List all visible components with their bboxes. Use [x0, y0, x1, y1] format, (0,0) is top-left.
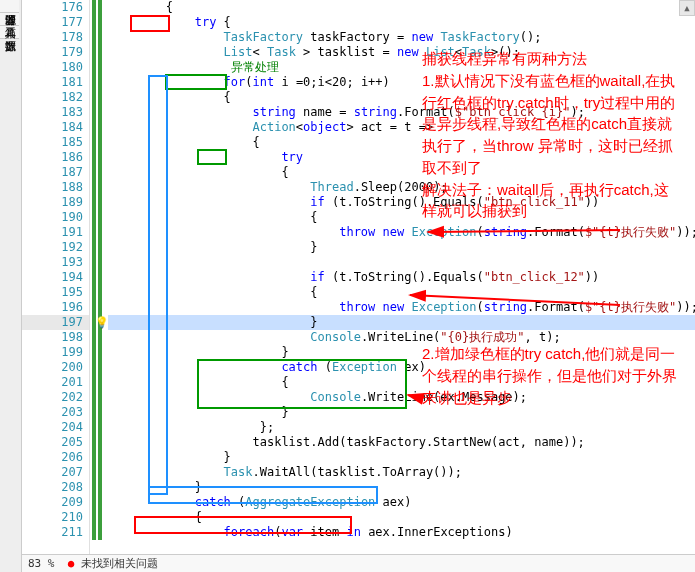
- line-number: 203: [22, 405, 89, 420]
- lightbulb-icon[interactable]: 💡: [95, 316, 109, 329]
- line-number: 207: [22, 465, 89, 480]
- line-number: 189: [22, 195, 89, 210]
- sidebar-tool-tabs: 源管理器 工具箱 数据源: [0, 0, 22, 572]
- line-number: 195: [22, 285, 89, 300]
- tab-datasource[interactable]: 数据源: [0, 26, 19, 39]
- line-number: 208: [22, 480, 89, 495]
- code-line[interactable]: throw new Exception(string.Format($"{t}执…: [108, 300, 695, 315]
- code-line[interactable]: Task.WaitAll(tasklist.ToArray());: [108, 465, 695, 480]
- line-number: 192: [22, 240, 89, 255]
- code-line[interactable]: }: [108, 315, 695, 330]
- code-line[interactable]: }: [108, 480, 695, 495]
- line-number: 200: [22, 360, 89, 375]
- code-line[interactable]: }: [108, 450, 695, 465]
- zoom-level[interactable]: 83 %: [28, 557, 55, 570]
- code-line[interactable]: };: [108, 420, 695, 435]
- line-number: 179: [22, 45, 89, 60]
- scroll-up-button[interactable]: ▲: [679, 0, 695, 16]
- line-number: 177: [22, 15, 89, 30]
- line-number: 180: [22, 60, 89, 75]
- line-number: 197: [22, 315, 89, 330]
- code-line[interactable]: catch (AggregateException aex): [108, 495, 695, 510]
- code-line[interactable]: {: [108, 285, 695, 300]
- code-line[interactable]: [108, 255, 695, 270]
- line-number: 190: [22, 210, 89, 225]
- line-number: 202: [22, 390, 89, 405]
- line-number: 182: [22, 90, 89, 105]
- code-line[interactable]: try {: [108, 15, 695, 30]
- error-icon: ●: [68, 557, 75, 570]
- annotation-text-2: 2.增加绿色框的try catch,他们就是同一个线程的串行操作，但是他们对于外…: [422, 343, 682, 408]
- line-number: 176: [22, 0, 89, 15]
- line-number: 206: [22, 450, 89, 465]
- line-number: 199: [22, 345, 89, 360]
- line-number: 188: [22, 180, 89, 195]
- line-number: 183: [22, 105, 89, 120]
- line-number: 204: [22, 420, 89, 435]
- tab-toolbox[interactable]: 工具箱: [0, 13, 19, 26]
- line-number: 178: [22, 30, 89, 45]
- code-line[interactable]: if (t.ToString().Equals("btn_click_12")): [108, 270, 695, 285]
- change-marker-column: [90, 0, 108, 572]
- code-line[interactable]: TaskFactory taskFactory = new TaskFactor…: [108, 30, 695, 45]
- code-line[interactable]: foreach(var item in aex.InnerExceptions): [108, 525, 695, 540]
- line-number: 211: [22, 525, 89, 540]
- line-number: 191: [22, 225, 89, 240]
- code-line[interactable]: }: [108, 240, 695, 255]
- code-line[interactable]: throw new Exception(string.Format($"{t}执…: [108, 225, 695, 240]
- code-line[interactable]: {: [108, 510, 695, 525]
- line-number: 187: [22, 165, 89, 180]
- line-number: 193: [22, 255, 89, 270]
- line-number: 194: [22, 270, 89, 285]
- error-text: 未找到相关问题: [81, 557, 158, 570]
- line-number-gutter: 1761771781791801811821831841851861871881…: [22, 0, 90, 572]
- tab-explorer[interactable]: 源管理器: [0, 0, 19, 13]
- line-number: 181: [22, 75, 89, 90]
- code-line[interactable]: {: [108, 0, 695, 15]
- line-number: 209: [22, 495, 89, 510]
- status-bar: 83 % ● 未找到相关问题: [22, 554, 695, 572]
- line-number: 210: [22, 510, 89, 525]
- line-number: 201: [22, 375, 89, 390]
- annotation-text-1: 捕获线程异常有两种方法 1.默认情况下没有蓝色框的waitall,在执行红色框的…: [422, 48, 682, 222]
- code-line[interactable]: tasklist.Add(taskFactory.StartNew(act, n…: [108, 435, 695, 450]
- line-number: 184: [22, 120, 89, 135]
- line-number: 205: [22, 435, 89, 450]
- line-number: 198: [22, 330, 89, 345]
- line-number: 185: [22, 135, 89, 150]
- line-number: 186: [22, 150, 89, 165]
- line-number: 196: [22, 300, 89, 315]
